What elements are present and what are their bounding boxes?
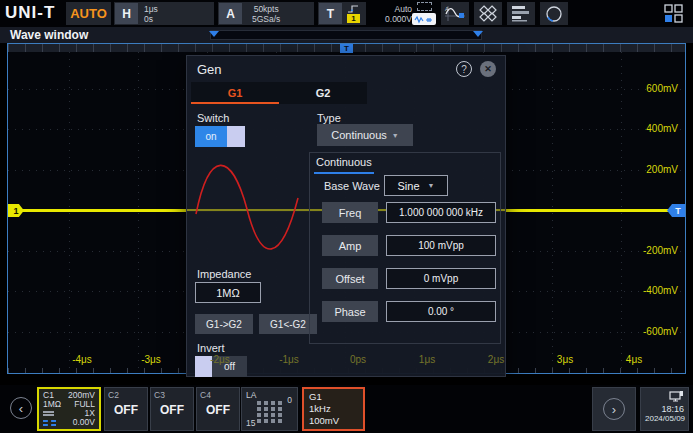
la-name: LA — [246, 390, 256, 400]
type-label: Type — [317, 112, 341, 124]
freq-button[interactable]: Freq — [322, 202, 378, 223]
window-grid-icon — [663, 4, 684, 23]
invert-knob[interactable] — [195, 356, 212, 377]
trigger-source-badge: 1 — [347, 14, 360, 23]
wave-window-title: Wave window — [10, 28, 88, 42]
wave-window-tool-button[interactable] — [411, 1, 437, 26]
wave-cursor-icon: A — [444, 5, 466, 22]
measure-list-button[interactable] — [507, 2, 535, 25]
trigger-edge-icon — [347, 5, 360, 13]
search-button[interactable] — [540, 2, 568, 25]
math-wave-button[interactable]: A — [441, 2, 469, 25]
oscilloscope-screen: UNI-T AUTO H 1μs 0s A 50kpts 5GSa/s T — [0, 0, 693, 433]
scroll-right-button[interactable]: › — [592, 387, 636, 431]
g1-name: G1 — [309, 391, 358, 403]
offset-value[interactable]: 0 mVpp — [386, 268, 496, 289]
tools-button[interactable] — [474, 2, 502, 25]
invert-off-state[interactable]: off — [212, 356, 247, 377]
switch-label: Switch — [197, 112, 229, 124]
phase-button[interactable]: Phase — [322, 301, 378, 322]
range-right-handle-icon[interactable] — [473, 31, 483, 37]
clock-box[interactable]: 18:16 2024/05/09 — [640, 387, 689, 431]
la-high-bit: 0 — [287, 395, 292, 405]
scroll-left-button[interactable]: ‹ — [10, 397, 32, 419]
trigger-mode: Auto — [395, 4, 413, 14]
invert-toggle[interactable]: off — [195, 356, 247, 377]
chevron-down-icon: ▼ — [428, 182, 435, 189]
horizontal-scale: 1μs — [144, 4, 158, 14]
channel1-marker[interactable]: 1 — [8, 204, 24, 217]
switch-on-state[interactable]: on — [195, 126, 227, 147]
diamonds-icon — [478, 5, 498, 22]
channel4-box[interactable]: C4 OFF — [196, 387, 240, 431]
gen-dialog: Gen ? ✕ G1 G2 Switch on Type Continuous … — [186, 55, 506, 377]
generator1-box[interactable]: G1 1kHz 100mV — [302, 387, 365, 431]
la-bits-grid-icon — [257, 401, 283, 425]
switch-toggle[interactable]: on — [195, 126, 245, 147]
chevron-down-icon: ▼ — [392, 132, 399, 139]
logic-analyzer-box[interactable]: LA 0 15 — [241, 387, 298, 431]
c1-offset: 0.00V — [73, 418, 95, 427]
channel1-box[interactable]: C1 200mV 1MΩ FULL 1X 0.00V — [37, 387, 101, 431]
continuous-panel: Continuous Base Wave Sine ▼ Freq 1.000 0… — [309, 152, 501, 344]
channel2-box[interactable]: C2 OFF — [104, 387, 148, 431]
trigger-level: 0.000V — [385, 14, 412, 24]
type-dropdown[interactable]: Continuous ▼ — [317, 124, 413, 146]
phase-value[interactable]: 0.00 ° — [386, 301, 496, 322]
voltage-label: 200mV — [628, 164, 678, 175]
waveform-preview — [191, 146, 303, 268]
c3-name: C3 — [154, 390, 190, 400]
horizontal-settings-button[interactable]: H 1μs 0s — [114, 2, 214, 25]
trigger-level-marker[interactable]: T — [667, 204, 685, 217]
trigger-key[interactable]: T — [319, 3, 342, 24]
gen-tabs: G1 G2 — [191, 82, 367, 104]
c4-state: OFF — [200, 403, 236, 417]
channel3-box[interactable]: C3 OFF — [150, 387, 194, 431]
base-wave-value: Sine — [398, 180, 420, 192]
system-time: 18:16 — [645, 404, 684, 414]
wave-window-header: Wave window — [0, 27, 693, 43]
amp-button[interactable]: Amp — [322, 235, 378, 256]
range-left-handle-icon[interactable] — [209, 31, 219, 37]
chevron-right-icon[interactable]: › — [603, 398, 625, 420]
section-label: Continuous — [316, 156, 372, 168]
wave-window-range-slider[interactable] — [210, 30, 482, 40]
brand-logo: UNI-T — [5, 3, 55, 23]
freq-value[interactable]: 1.000 000 000 kHz — [386, 202, 496, 223]
g1-freq: 1kHz — [309, 403, 358, 415]
trigger-settings-button[interactable]: T 1 — [318, 2, 366, 25]
copy-g1-to-g2-button[interactable]: G1->G2 — [195, 314, 253, 334]
c1-impedance: 1MΩ — [43, 400, 61, 409]
selection-rect-icon — [417, 2, 432, 11]
tab-g1[interactable]: G1 — [191, 82, 279, 104]
invert-label: Invert — [197, 342, 225, 354]
c2-name: C2 — [108, 390, 144, 400]
top-toolbar: UNI-T AUTO H 1μs 0s A 50kpts 5GSa/s T — [0, 0, 693, 27]
horizontal-offset: 0s — [144, 14, 158, 24]
switch-knob[interactable] — [227, 126, 245, 147]
close-icon[interactable]: ✕ — [480, 61, 496, 77]
acquisition-mode-badge: AUTO — [66, 2, 111, 25]
acquire-key[interactable]: A — [219, 3, 242, 24]
impedance-value[interactable]: 1MΩ — [195, 282, 261, 303]
offset-button[interactable]: Offset — [322, 268, 378, 289]
base-wave-dropdown[interactable]: Sine ▼ — [384, 175, 448, 196]
memory-depth: 50kpts — [254, 4, 279, 14]
horizontal-key[interactable]: H — [115, 3, 138, 24]
g1-amp: 100mV — [309, 415, 358, 427]
acquire-settings-button[interactable]: A 50kpts 5GSa/s — [218, 2, 314, 25]
amp-value[interactable]: 100 mVpp — [386, 235, 496, 256]
voltage-label: -200mV — [628, 245, 678, 256]
voltage-label: 400mV — [628, 123, 678, 134]
c3-state: OFF — [154, 403, 190, 417]
chevron-left-icon[interactable]: ‹ — [10, 397, 32, 419]
c4-name: C4 — [200, 390, 236, 400]
channel-status-bar: ‹ C1 200mV 1MΩ FULL 1X 0.00V C2 OFF — [0, 385, 693, 433]
help-icon[interactable]: ? — [456, 61, 472, 77]
system-date: 2024/05/09 — [645, 414, 684, 423]
voltage-label: 600mV — [628, 83, 678, 94]
trigger-position-marker[interactable]: T — [340, 44, 353, 53]
tab-g2[interactable]: G2 — [279, 82, 367, 104]
layout-grid-button[interactable] — [659, 2, 687, 25]
section-underline — [314, 172, 374, 174]
